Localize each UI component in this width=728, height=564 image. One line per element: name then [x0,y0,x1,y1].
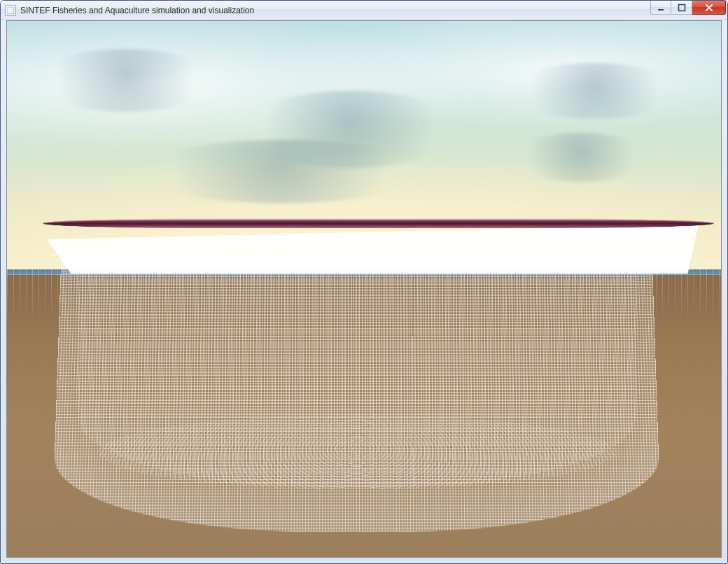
close-button[interactable] [692,1,726,15]
app-icon [5,5,16,16]
net-mesh-front [52,254,662,532]
minimize-button[interactable] [650,1,671,15]
cloud [35,49,217,112]
application-window: SINTEF Fisheries and Aquaculture simulat… [0,0,728,564]
cloud [133,140,427,203]
close-icon [704,3,714,12]
window-controls [650,1,726,20]
window-title: SINTEF Fisheries and Aquaculture simulat… [20,6,254,15]
cloud [511,133,651,182]
maximize-icon [678,3,686,12]
cloud [511,63,679,119]
svg-rect-0 [658,9,664,10]
svg-rect-1 [678,4,685,10]
viewport-3d[interactable] [6,20,722,558]
floating-ring [38,218,718,228]
minimize-icon [657,3,665,12]
maximize-button[interactable] [671,1,692,15]
title-bar[interactable]: SINTEF Fisheries and Aquaculture simulat… [1,1,727,20]
